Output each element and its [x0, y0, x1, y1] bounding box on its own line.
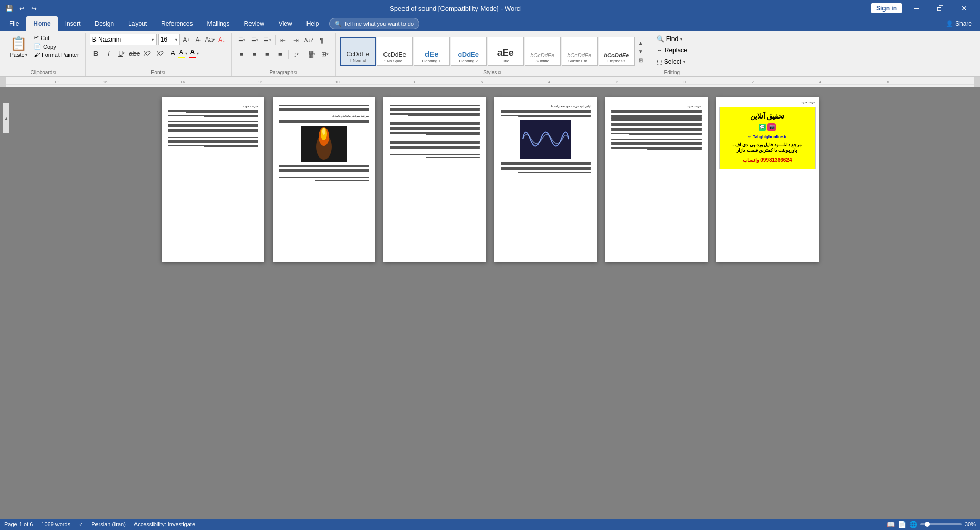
page-2[interactable]: سرعت صوت در مایعات و جامدات — [273, 97, 375, 262]
underline-button[interactable]: U▾ — [116, 47, 128, 60]
undo-button[interactable]: ↩ — [16, 3, 27, 13]
editing-group: 🔍 Find ▾ ↔ Replace ⬚ Select ▾ Editing — [649, 33, 695, 76]
strikethrough-button[interactable]: abc — [128, 47, 141, 60]
font-label[interactable]: Font ⧉ — [90, 69, 227, 75]
increase-indent-button[interactable]: ⇥ — [290, 34, 302, 46]
styles-label[interactable]: Styles ⧉ — [340, 69, 645, 75]
paste-dropdown-arrow[interactable]: ▾ — [25, 53, 27, 57]
style-subtitle-label: Subtitle — [535, 58, 549, 63]
font-expand-icon[interactable]: ⧉ — [162, 70, 165, 75]
copy-button[interactable]: 📄 Copy — [32, 43, 81, 50]
ruler-main[interactable]: 18 16 14 12 10 8 6 4 2 0 2 4 6 — [6, 77, 974, 87]
line-spacing-button[interactable]: ↕▾ — [290, 48, 302, 61]
style-title[interactable]: aEe Title — [488, 37, 524, 66]
page-1[interactable]: سرعت صوت — [162, 97, 264, 262]
shrink-font-button[interactable]: A- — [193, 34, 203, 45]
bold-button[interactable]: B — [90, 47, 102, 60]
numbering-button[interactable]: ☰▾ — [248, 34, 261, 46]
style-subtle-em[interactable]: bCcDdEe Subtle Em... — [562, 37, 598, 66]
select-button[interactable]: ⬚ Select ▾ — [654, 56, 688, 67]
ruler-mark-0: 0 — [684, 80, 686, 84]
clipboard-label[interactable]: Clipboard ⧉ — [6, 69, 81, 75]
multilevel-button[interactable]: ☰▾ — [261, 34, 274, 46]
restore-button[interactable]: 🗗 — [929, 0, 952, 16]
page-4[interactable]: آیامی دانید سرعت صوت چقدر است؟ — [494, 97, 597, 262]
save-button[interactable]: 💾 — [4, 3, 14, 13]
show-marks-button[interactable]: ¶ — [316, 34, 328, 46]
font-size-dropdown[interactable]: 16 ▾ — [158, 34, 180, 45]
font-color-swatch — [189, 57, 196, 58]
redo-button[interactable]: ↪ — [29, 3, 39, 13]
align-center-button[interactable]: ≡ — [248, 48, 261, 61]
page-2-text4 — [279, 177, 369, 181]
find-dropdown-arrow[interactable]: ▾ — [680, 37, 682, 42]
style-no-spacing-label: ↑ No Spac... — [383, 58, 406, 63]
page-3[interactable] — [383, 97, 486, 262]
tab-references[interactable]: References — [154, 16, 200, 31]
align-left-button[interactable]: ≡ — [236, 48, 248, 61]
replace-button[interactable]: ↔ Replace — [654, 45, 690, 55]
styles-expand[interactable]: ⊞ — [637, 56, 645, 64]
select-dropdown-arrow[interactable]: ▾ — [683, 60, 685, 64]
paragraph-label[interactable]: Paragraph ⧉ — [236, 69, 331, 75]
style-subtitle-preview: bCcDdEe — [530, 52, 554, 58]
styles-scroll-down[interactable]: ▼ — [637, 47, 645, 55]
cut-button[interactable]: ✂ Cut — [32, 34, 81, 42]
close-button[interactable]: ✕ — [952, 0, 976, 16]
tab-review[interactable]: Review — [237, 16, 271, 31]
tab-help[interactable]: Help — [299, 16, 326, 31]
highlight-color-button[interactable]: A — [177, 48, 186, 60]
font-name-value: B Nazanin — [92, 36, 121, 43]
align-right-button[interactable]: ≡ — [261, 48, 274, 61]
grow-font-button[interactable]: A+ — [181, 34, 191, 45]
tab-file[interactable]: File — [2, 16, 26, 31]
tab-mailings[interactable]: Mailings — [200, 16, 237, 31]
justify-button[interactable]: ≡ — [274, 48, 286, 61]
share-button[interactable]: 👤 Share — [941, 18, 976, 29]
bullets-button[interactable]: ☰▾ — [236, 34, 248, 46]
page-5[interactable]: سرعت صوت — [605, 97, 708, 262]
tab-view[interactable]: View — [272, 16, 299, 31]
style-heading2[interactable]: cDdEe Heading 2 — [451, 37, 487, 66]
decrease-indent-button[interactable]: ⇤ — [277, 34, 290, 46]
document-area[interactable]: ▲ سرعت صوت — [0, 87, 980, 519]
page-6[interactable]: سرعت صوت تحقیق آنلاین 📷 💬 Tahghighonline… — [716, 97, 819, 262]
style-normal[interactable]: CcDdEe ↑ Normal — [340, 37, 376, 66]
editing-label[interactable]: Editing — [654, 69, 690, 75]
minimize-button[interactable]: ─ — [905, 0, 929, 16]
style-heading1[interactable]: dEe Heading 1 — [414, 37, 450, 66]
highlight-dropdown-arrow[interactable]: ▾ — [185, 51, 187, 56]
styles-expand-icon[interactable]: ⧉ — [498, 70, 501, 75]
style-subtitle[interactable]: bCcDdEe Subtitle — [525, 37, 561, 66]
styles-scroll-up[interactable]: ▲ — [637, 38, 645, 47]
sign-in-button[interactable]: Sign in — [871, 3, 902, 13]
tab-layout[interactable]: Layout — [121, 16, 154, 31]
page-2-heading: سرعت صوت در مایعات و جامدات — [279, 114, 369, 118]
shading-button[interactable]: ▓▾ — [306, 48, 318, 61]
border-button[interactable]: ⊞▾ — [319, 48, 331, 61]
align-row: ≡ ≡ ≡ ≡ ↕▾ ▓▾ ⊞▾ — [236, 48, 331, 61]
tab-home[interactable]: Home — [26, 16, 57, 31]
subscript-button[interactable]: X2 — [141, 47, 153, 60]
sort-button[interactable]: A↓Z — [303, 34, 315, 46]
style-emphasis[interactable]: bCcDdEe Emphasis — [599, 37, 635, 66]
superscript-button[interactable]: X2 — [154, 47, 166, 60]
style-no-spacing[interactable]: CcDdEe ↑ No Spac... — [377, 37, 413, 66]
font-color-button[interactable]: A — [188, 48, 197, 60]
tab-design[interactable]: Design — [88, 16, 121, 31]
text-effect-button[interactable]: A — [170, 49, 176, 58]
tab-insert[interactable]: Insert — [58, 16, 88, 31]
paste-button[interactable]: 📋 Paste ▾ — [6, 34, 31, 60]
clipboard-expand-icon[interactable]: ⧉ — [53, 70, 56, 75]
spacer2 — [168, 135, 258, 136]
find-button[interactable]: 🔍 Find ▾ — [654, 34, 685, 44]
font-name-dropdown[interactable]: B Nazanin ▾ — [90, 34, 157, 45]
tell-me-field[interactable]: 🔍 Tell me what you want to do — [329, 18, 419, 29]
paragraph-expand-icon[interactable]: ⧉ — [294, 70, 297, 75]
clear-formatting-button[interactable]: A↓ — [217, 34, 227, 45]
page-1-content: سرعت صوت — [162, 97, 264, 262]
change-case-button[interactable]: Aa▾ — [205, 34, 215, 45]
font-color-dropdown-arrow[interactable]: ▾ — [197, 51, 199, 56]
italic-button[interactable]: I — [103, 47, 115, 60]
format-painter-button[interactable]: 🖌 Format Painter — [32, 51, 81, 58]
